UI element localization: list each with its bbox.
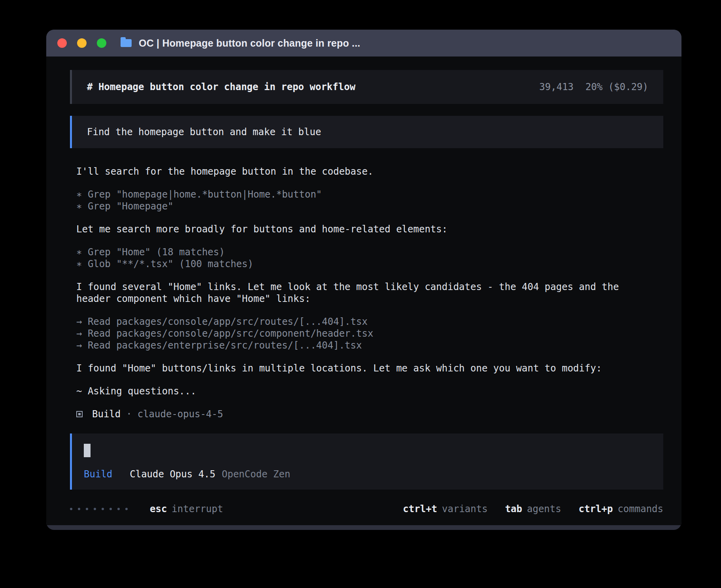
window-title: OC | Homepage button color change in rep… bbox=[139, 38, 360, 49]
token-count: 39,413 bbox=[539, 81, 574, 93]
tool-call-group: ∗ Grep "homepage|home.*button|Home.*butt… bbox=[76, 188, 663, 212]
window-titlebar[interactable]: OC | Homepage button color change in rep… bbox=[46, 30, 681, 57]
provider-name: OpenCode Zen bbox=[222, 468, 290, 480]
terminal-content: # Homepage button color change in repo w… bbox=[46, 57, 681, 525]
shortcut-commands[interactable]: ctrl+pcommands bbox=[579, 503, 663, 515]
shortcut-interrupt[interactable]: escinterrupt bbox=[150, 503, 223, 515]
status-bar-right: ctrl+tvariants tabagents ctrl+pcommands bbox=[403, 503, 663, 515]
text-cursor bbox=[84, 444, 91, 457]
close-button[interactable] bbox=[57, 38, 67, 48]
assistant-text: I found "Home" buttons/links in multiple… bbox=[76, 362, 630, 374]
shortcut-key: esc bbox=[150, 503, 167, 514]
session-header: # Homepage button color change in repo w… bbox=[70, 70, 663, 104]
tool-call-line: ∗ Grep "homepage|home.*button|Home.*butt… bbox=[76, 188, 630, 200]
agent-name: Build bbox=[92, 408, 121, 420]
model-name[interactable]: Claude Opus 4.5 bbox=[130, 468, 215, 480]
session-title: # Homepage button color change in repo w… bbox=[87, 81, 355, 93]
agent-model: claude-opus-4-5 bbox=[138, 408, 223, 420]
mode-label[interactable]: Build bbox=[84, 468, 112, 480]
context-cost: 20% ($0.29) bbox=[585, 81, 648, 93]
assistant-paragraph: Let me search more broadly for buttons a… bbox=[76, 223, 663, 235]
traffic-lights bbox=[57, 38, 106, 48]
desktop: { "titlebar": { "title": "OC | Homepage … bbox=[0, 0, 721, 588]
assistant-text: I'll search for the homepage button in t… bbox=[76, 166, 630, 177]
agent-status-row: Build · claude-opus-4-5 bbox=[76, 408, 663, 420]
input-status-row: Build Claude Opus 4.5 OpenCode Zen bbox=[84, 468, 651, 480]
tool-call-group: ∗ Grep "Home" (18 matches) ∗ Glob "**/*.… bbox=[76, 246, 663, 270]
assistant-paragraph: I found "Home" buttons/links in multiple… bbox=[76, 362, 663, 374]
asking-questions-line: ~ Asking questions... bbox=[76, 385, 630, 397]
assistant-text: I found several "Home" links. Let me loo… bbox=[76, 281, 630, 305]
read-file-line: → Read packages/console/app/src/routes/[… bbox=[76, 316, 630, 328]
user-message: Find the homepage button and make it blu… bbox=[70, 116, 663, 148]
tool-call-group: → Read packages/console/app/src/routes/[… bbox=[76, 316, 663, 351]
terminal-window: OC | Homepage button color change in rep… bbox=[46, 30, 681, 530]
shortcut-label: agents bbox=[527, 503, 561, 514]
user-message-text: Find the homepage button and make it blu… bbox=[87, 126, 321, 138]
assistant-text: Let me search more broadly for buttons a… bbox=[76, 223, 630, 235]
minimize-button[interactable] bbox=[77, 38, 87, 48]
shortcut-agents[interactable]: tabagents bbox=[505, 503, 561, 515]
status-bar: escinterrupt ctrl+tvariants tabagents ct… bbox=[70, 503, 663, 525]
shortcut-key: tab bbox=[505, 503, 522, 514]
read-file-line: → Read packages/console/app/src/componen… bbox=[76, 328, 630, 339]
tool-call-line: ∗ Grep "Home" (18 matches) bbox=[76, 246, 630, 258]
prompt-input[interactable]: Build Claude Opus 4.5 OpenCode Zen bbox=[70, 433, 663, 490]
shortcut-variants[interactable]: ctrl+tvariants bbox=[403, 503, 487, 515]
shortcut-key: ctrl+t bbox=[403, 503, 437, 514]
session-stats: 39,413 20% ($0.29) bbox=[539, 81, 648, 93]
assistant-paragraph: ~ Asking questions... bbox=[76, 385, 663, 397]
shortcut-label: interrupt bbox=[172, 503, 223, 514]
spinner-dots bbox=[70, 508, 128, 510]
agent-status-icon bbox=[76, 411, 83, 417]
assistant-paragraph: I'll search for the homepage button in t… bbox=[76, 166, 663, 177]
read-file-line: → Read packages/enterprise/src/routes/[.… bbox=[76, 339, 630, 351]
shortcut-key: ctrl+p bbox=[579, 503, 613, 514]
zoom-button[interactable] bbox=[97, 38, 106, 48]
tool-call-line: ∗ Glob "**/*.tsx" (100 matches) bbox=[76, 258, 630, 270]
folder-icon bbox=[121, 39, 132, 47]
tool-call-line: ∗ Grep "Homepage" bbox=[76, 200, 630, 212]
separator-dot: · bbox=[126, 408, 132, 420]
shortcut-label: variants bbox=[442, 503, 488, 514]
shortcut-label: commands bbox=[617, 503, 663, 514]
status-bar-left: escinterrupt bbox=[70, 503, 223, 515]
assistant-paragraph: I found several "Home" links. Let me loo… bbox=[76, 281, 663, 305]
